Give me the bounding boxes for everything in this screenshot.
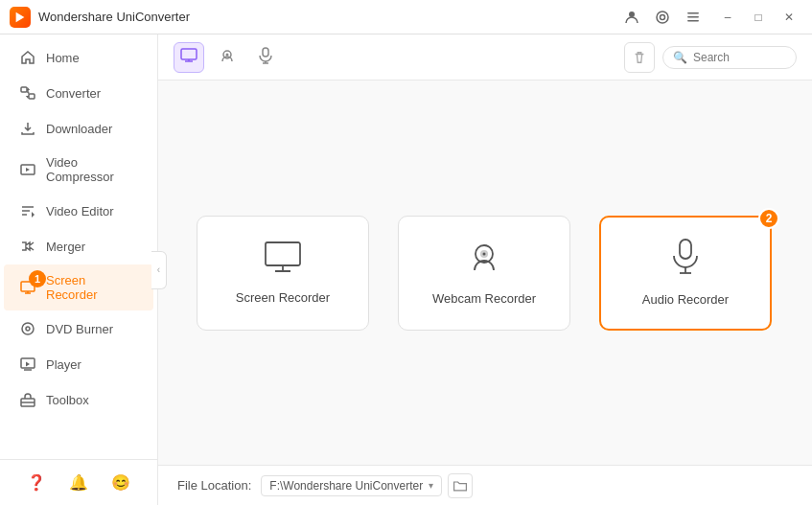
svg-rect-18 <box>263 48 268 57</box>
svg-rect-25 <box>680 240 691 259</box>
sidebar-item-toolbox[interactable]: Toolbox <box>4 382 153 417</box>
screen-recorder-card-label: Screen Recorder <box>236 290 330 305</box>
recorder-card-webcam-recorder[interactable]: Webcam Recorder <box>398 216 570 331</box>
sidebar-label: Downloader <box>46 122 112 136</box>
sidebar-item-video-editor[interactable]: Video Editor <box>4 194 153 228</box>
sidebar-label: DVD Burner <box>46 322 113 336</box>
svg-rect-4 <box>687 16 699 18</box>
audio-tab-icon <box>258 47 273 68</box>
video-compressor-icon <box>19 161 36 178</box>
open-folder-button[interactable] <box>448 473 473 498</box>
sidebar-label: Toolbox <box>46 393 89 407</box>
notifications-button[interactable]: 🔔 <box>65 470 92 495</box>
sidebar-label: Converter <box>46 86 101 101</box>
feedback-button[interactable]: 😊 <box>107 470 134 495</box>
webcam-tab-icon <box>219 48 236 67</box>
sidebar-item-merger[interactable]: Merger <box>4 229 153 264</box>
sidebar-item-converter[interactable]: Converter <box>4 76 153 110</box>
help-button[interactable]: ❓ <box>23 470 50 495</box>
sidebar-item-home[interactable]: Home <box>4 40 153 75</box>
titlebar: Wondershare UniConverter – □ ✕ <box>0 0 812 34</box>
recorder-card-audio-recorder[interactable]: Audio Recorder 2 <box>599 216 772 331</box>
svg-rect-3 <box>687 12 699 14</box>
svg-rect-15 <box>181 49 197 59</box>
audio-recorder-card-icon <box>670 239 701 283</box>
svg-point-17 <box>226 53 229 56</box>
screen-tab-icon <box>180 48 197 67</box>
home-icon <box>19 49 36 66</box>
sidebar-item-video-compressor[interactable]: Video Compressor <box>4 147 153 193</box>
svg-rect-5 <box>687 20 699 22</box>
file-path-text: F:\Wondershare UniConverter <box>269 479 423 493</box>
sidebar-item-downloader[interactable]: Downloader <box>4 111 153 146</box>
sidebar-label: Video Compressor <box>46 155 138 184</box>
svg-rect-21 <box>266 242 300 265</box>
card-badge: 2 <box>758 208 779 229</box>
downloader-icon <box>19 120 36 137</box>
webcam-recorder-card-icon <box>467 240 501 282</box>
sidebar-item-player[interactable]: Player <box>4 347 153 381</box>
svg-point-2 <box>661 14 665 19</box>
webcam-recorder-card-label: Webcam Recorder <box>432 291 536 306</box>
search-icon: 🔍 <box>673 51 687 64</box>
svg-point-24 <box>483 253 486 256</box>
player-icon <box>19 356 36 373</box>
window-controls: – □ ✕ <box>714 4 802 31</box>
header-right: 🔍 <box>624 42 797 73</box>
sidebar-label: Screen Recorder <box>46 273 138 302</box>
recorder-cards-area: Screen Recorder Webcam Recorder Audio Re… <box>158 80 812 465</box>
converter-icon <box>19 84 36 102</box>
search-box: 🔍 <box>662 46 797 69</box>
close-button[interactable]: ✕ <box>776 4 802 31</box>
svg-rect-6 <box>21 87 27 92</box>
svg-rect-7 <box>29 94 35 99</box>
svg-point-10 <box>22 323 34 334</box>
content-footer: File Location: F:\Wondershare UniConvert… <box>158 465 812 505</box>
sidebar-bottom: ❓ 🔔 😊 <box>0 459 157 505</box>
header-tab-screen[interactable] <box>174 42 204 73</box>
file-path-selector[interactable]: F:\Wondershare UniConverter ▾ <box>261 475 442 496</box>
header-tabs <box>174 42 281 73</box>
sidebar-label: Video Editor <box>46 204 114 218</box>
svg-point-0 <box>629 11 635 17</box>
sidebar: Home Converter Downloader Video Compress… <box>0 34 158 505</box>
sidebar-label: Merger <box>46 240 85 254</box>
maximize-button[interactable]: □ <box>745 4 772 31</box>
sidebar-label: Home <box>46 51 80 65</box>
audio-recorder-card-label: Audio Recorder <box>642 292 729 307</box>
merger-icon <box>19 238 36 255</box>
video-editor-icon <box>19 202 36 219</box>
svg-point-1 <box>657 11 668 23</box>
file-location-label: File Location: <box>177 478 251 493</box>
screen-recorder-card-icon <box>264 241 302 281</box>
app-title: Wondershare UniConverter <box>38 10 615 24</box>
sidebar-label: Player <box>46 357 81 372</box>
header-tab-audio[interactable] <box>250 42 281 73</box>
account-icon-button[interactable] <box>649 4 676 31</box>
sidebar-badge: 1 <box>29 270 46 287</box>
sidebar-collapse-button[interactable]: ‹ <box>151 251 167 289</box>
minimize-button[interactable]: – <box>714 4 741 31</box>
toolbox-icon <box>19 391 36 408</box>
header-tab-webcam[interactable] <box>212 42 243 73</box>
app-container: Home Converter Downloader Video Compress… <box>0 34 812 505</box>
trash-button[interactable] <box>624 42 655 73</box>
sidebar-item-dvd-burner[interactable]: DVD Burner <box>4 311 153 346</box>
dvd-burner-icon <box>19 320 36 337</box>
main-content: Home Converter Downloader Video Compress… <box>0 34 812 505</box>
file-path-container: F:\Wondershare UniConverter ▾ <box>261 473 473 498</box>
search-input[interactable] <box>693 51 786 64</box>
menu-icon-button[interactable] <box>680 4 707 31</box>
content-area: 🔍 Screen Recorder Webcam Recorder Audio … <box>158 34 812 505</box>
path-dropdown-arrow: ▾ <box>429 480 433 491</box>
user-icon-button[interactable] <box>618 4 645 31</box>
app-logo <box>10 7 31 28</box>
svg-point-11 <box>26 327 30 331</box>
sidebar-item-screen-recorder[interactable]: Screen Recorder 1 <box>4 264 153 310</box>
recorder-card-screen-recorder[interactable]: Screen Recorder <box>197 216 369 331</box>
content-header: 🔍 <box>158 34 812 80</box>
